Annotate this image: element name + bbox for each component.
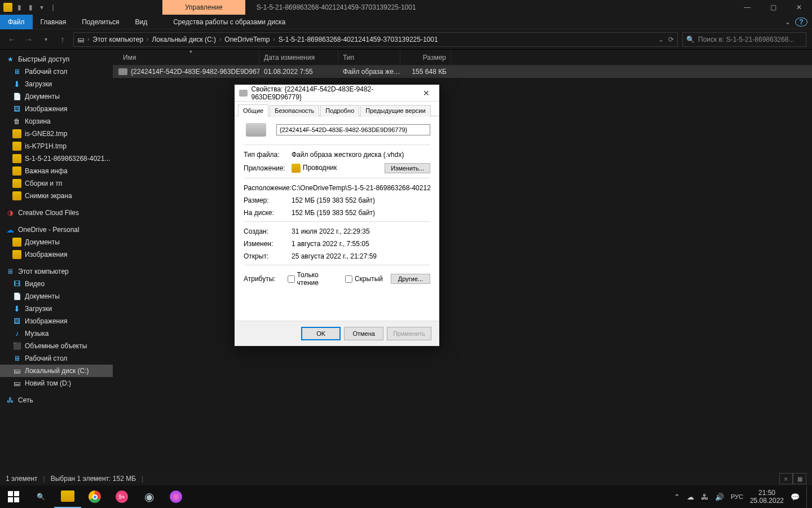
tab-general[interactable]: Общие	[238, 104, 268, 116]
value-created: 31 июля 2022 г., 22:29:35	[292, 227, 430, 235]
cancel-button[interactable]: Отмена	[344, 327, 383, 340]
filename-input[interactable]	[276, 124, 430, 135]
dialog-close-button[interactable]: ✕	[418, 89, 435, 98]
sidebar-item-desktop[interactable]: 🖥Рабочий стол	[0, 352, 113, 365]
sidebar-item-videos[interactable]: 🎞Видео	[0, 278, 113, 290]
sidebar-item-folder[interactable]: is-K7P1H.tmp	[0, 140, 113, 152]
apply-button[interactable]: Применить	[387, 327, 431, 340]
hidden-checkbox[interactable]: Скрытый	[345, 275, 383, 283]
sidebar-this-pc[interactable]: 🖥Этот компьютер	[0, 265, 113, 278]
minimize-button[interactable]: —	[734, 0, 760, 15]
taskbar-app[interactable]	[162, 485, 189, 508]
sidebar-item-pictures[interactable]: Изображения	[0, 248, 113, 261]
tray-onedrive-icon[interactable]: ☁	[687, 493, 694, 501]
sidebar-item-folder[interactable]: Важная инфа	[0, 165, 113, 177]
dialog-titlebar[interactable]: Свойства: {2242414F-542D-483E-9482-963DE…	[235, 85, 439, 102]
tray-volume-icon[interactable]: 🔊	[715, 493, 724, 501]
readonly-checkbox[interactable]: Только чтение	[288, 271, 337, 287]
tab-details[interactable]: Подробно	[320, 105, 359, 117]
tab-home[interactable]: Главная	[33, 15, 74, 29]
help-icon[interactable]: ?	[795, 17, 807, 27]
taskbar-explorer[interactable]	[54, 485, 81, 508]
up-button[interactable]: ↑	[56, 33, 69, 46]
sidebar-item-recycle[interactable]: 🗑Корзина	[0, 115, 113, 128]
start-button[interactable]	[0, 485, 27, 508]
chevron-right-icon[interactable]: ›	[145, 36, 149, 42]
folder-icon	[12, 250, 21, 259]
properties-dialog: Свойства: {2242414F-542D-483E-9482-963DE…	[235, 85, 439, 346]
sidebar-item-documents[interactable]: 📄Документы	[0, 90, 113, 103]
sidebar-item-drive-c[interactable]: 🖴Локальный диск (C:)	[0, 365, 113, 377]
other-attrs-button[interactable]: Другие...	[391, 274, 430, 284]
tab-view[interactable]: Вид	[127, 15, 155, 29]
folder-icon	[61, 491, 74, 502]
sidebar-item-3d-objects[interactable]: ⬛Объемные объекты	[0, 340, 113, 352]
breadcrumb-item[interactable]: S-1-5-21-869863268-4021241459-3703139225…	[279, 36, 438, 43]
file-menu[interactable]: Файл	[0, 15, 33, 29]
qat-item[interactable]: ▮	[15, 3, 24, 12]
breadcrumb-item[interactable]: OneDriveTemp	[224, 36, 270, 43]
tray-clock[interactable]: 21:50 25.08.2022	[750, 489, 784, 505]
sidebar-item-folder[interactable]: Снимки экрана	[0, 190, 113, 202]
breadcrumb-item[interactable]: Локальный диск (C:)	[152, 36, 216, 43]
file-row[interactable]: {2242414F-542D-483E-9482-963DE9D96779} 0…	[113, 65, 812, 78]
close-button[interactable]: ✕	[786, 0, 812, 15]
sidebar-item-desktop[interactable]: 🖥Рабочий стол	[0, 65, 113, 78]
recent-dropdown-icon[interactable]: ▾	[39, 33, 52, 46]
sidebar-onedrive[interactable]: ☁OneDrive - Personal	[0, 224, 113, 236]
tab-security[interactable]: Безопасность	[270, 105, 319, 117]
chevron-right-icon[interactable]: ›	[272, 36, 276, 42]
address-dropdown-icon[interactable]: ⌄	[658, 36, 664, 43]
show-desktop-button[interactable]	[806, 485, 810, 508]
sidebar-item-music[interactable]: ♪Музыка	[0, 327, 113, 340]
taskbar-steam[interactable]: ◉	[135, 485, 162, 508]
forward-button[interactable]: →	[23, 33, 35, 46]
column-name[interactable]: Имя▲	[118, 50, 259, 65]
tray-notifications-icon[interactable]: 💬	[791, 493, 800, 501]
sidebar-item-documents[interactable]: Документы	[0, 236, 113, 248]
search-box[interactable]: 🔍 Поиск в: S-1-5-21-869863268...	[682, 32, 806, 47]
sidebar-creative-cloud[interactable]: ◑Creative Cloud Files	[0, 207, 113, 219]
sidebar-item-downloads[interactable]: ⬇Загрузки	[0, 303, 113, 315]
dialog-tabs: Общие Безопасность Подробно Предыдущие в…	[235, 102, 439, 116]
taskbar-app[interactable]: 9+	[108, 485, 135, 508]
ribbon-collapse-icon[interactable]: ⌄	[780, 18, 795, 26]
sidebar-item-pictures[interactable]: 🖼Изображения	[0, 103, 113, 115]
sidebar-item-folder[interactable]: S-1-5-21-869863268-4021...	[0, 152, 113, 165]
column-size[interactable]: Размер	[400, 50, 451, 65]
ok-button[interactable]: OK	[301, 327, 341, 340]
chevron-right-icon[interactable]: ›	[86, 36, 90, 42]
change-app-button[interactable]: Изменить...	[385, 163, 430, 173]
view-details-button[interactable]: ≡	[779, 473, 793, 484]
qat-dropdown-icon[interactable]: ▾	[37, 3, 46, 12]
breadcrumb-item[interactable]: Этот компьютер	[92, 36, 143, 43]
sidebar-quick-access[interactable]: ★Быстрый доступ	[0, 53, 113, 65]
taskbar-chrome[interactable]	[81, 485, 108, 508]
sidebar-item-drive-d[interactable]: 🖴Новий том (D:)	[0, 377, 113, 389]
maximize-button[interactable]: ▢	[760, 0, 786, 15]
address-bar[interactable]: 🖴 › Этот компьютер › Локальный диск (C:)…	[73, 32, 678, 47]
tab-share[interactable]: Поделиться	[74, 15, 127, 29]
sidebar-item-documents[interactable]: 📄Документы	[0, 290, 113, 303]
sidebar-item-downloads[interactable]: ⬇Загрузки	[0, 78, 113, 90]
column-date[interactable]: Дата изменения	[259, 50, 338, 65]
view-tiles-button[interactable]: ▦	[793, 473, 806, 484]
value-size: 152 МБ (159 383 552 байт)	[292, 196, 430, 204]
back-button[interactable]: ←	[6, 33, 18, 46]
tab-previous-versions[interactable]: Предыдущие версии	[360, 105, 430, 117]
download-icon: ⬇	[12, 304, 21, 313]
column-type[interactable]: Тип	[338, 50, 400, 65]
qat-item[interactable]: ▮	[26, 3, 35, 12]
value-ondisk: 152 МБ (159 383 552 байт)	[292, 209, 430, 217]
tray-language[interactable]: РУС	[731, 493, 743, 500]
tray-network-icon[interactable]: 🖧	[701, 493, 708, 501]
sidebar-item-pictures[interactable]: 🖼Изображения	[0, 315, 113, 327]
sidebar-network[interactable]: 🖧Сеть	[0, 394, 113, 406]
tray-chevron-icon[interactable]: ⌃	[674, 493, 680, 501]
sidebar-item-folder[interactable]: is-GNE82.tmp	[0, 128, 113, 140]
tab-disk-image-tools[interactable]: Средства работы с образами диска	[165, 15, 293, 29]
chevron-right-icon[interactable]: ›	[218, 36, 222, 42]
sidebar-item-folder[interactable]: Сборки и тп	[0, 177, 113, 190]
search-button[interactable]: 🔍	[27, 485, 54, 508]
refresh-icon[interactable]: ⟳	[668, 36, 674, 43]
